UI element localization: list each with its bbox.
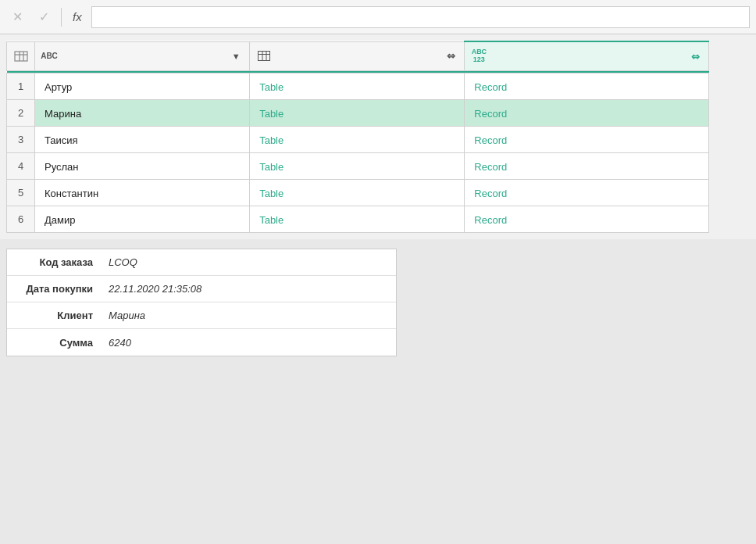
- last-deal-value: Record: [465, 161, 516, 173]
- client-value: Артур: [35, 81, 81, 93]
- last-deal-cell: Record: [465, 127, 709, 153]
- client-cell: Марина: [35, 100, 250, 127]
- details-cell: Table: [250, 153, 465, 180]
- client-value: Таисия: [35, 134, 87, 146]
- detail-row: Дата покупки22.11.2020 21:35:08: [7, 276, 396, 302]
- details-cell: Table: [250, 206, 465, 233]
- abc123-icon: АВС 123: [471, 48, 487, 64]
- row-number: 5: [7, 180, 35, 206]
- data-table: АВС ▼: [6, 41, 709, 233]
- last-deal-cell: Record: [465, 180, 709, 206]
- details-value: Table: [250, 214, 293, 226]
- formula-bar: ✕ ✓ fx: [0, 0, 756, 34]
- svg-rect-4: [259, 52, 270, 61]
- row-number: 6: [7, 206, 35, 233]
- detail-label: Код заказа: [7, 252, 101, 273]
- client-col-header: АВС ▼: [35, 41, 250, 71]
- detail-panel: Код заказаLCOQДата покупки22.11.2020 21:…: [6, 249, 397, 356]
- detail-value: LCOQ: [101, 252, 145, 273]
- detail-row: КлиентМарина: [7, 302, 396, 329]
- table-row[interactable]: 1АртурTableRecord: [7, 73, 709, 100]
- client-cell: Дамир: [35, 206, 250, 233]
- row-index-col-header: [7, 41, 35, 71]
- last-deal-value: Record: [465, 81, 516, 93]
- client-value: Константин: [35, 188, 108, 199]
- detail-value: Марина: [101, 305, 153, 326]
- row-number: 4: [7, 153, 35, 180]
- svg-rect-0: [15, 52, 27, 61]
- last-deal-cell: Record: [465, 153, 709, 180]
- last-deal-expand-button[interactable]: ⇔: [688, 49, 702, 63]
- row-number: 3: [7, 127, 35, 153]
- details-cell: Table: [250, 127, 465, 153]
- detail-label: Сумма: [7, 332, 101, 353]
- details-value: Table: [250, 188, 293, 199]
- details-value: Table: [250, 108, 293, 120]
- details-value: Table: [250, 161, 293, 173]
- client-cell: Константин: [35, 180, 250, 206]
- abc-icon: АВС: [41, 48, 57, 64]
- client-cell: Руслан: [35, 153, 250, 180]
- table-row[interactable]: 3ТаисияTableRecord: [7, 127, 709, 153]
- table-grid-icon: [14, 51, 28, 62]
- table-row[interactable]: 6ДамирTableRecord: [7, 206, 709, 233]
- details-expand-button[interactable]: ⇔: [444, 49, 458, 63]
- table-col-icon: [256, 48, 272, 64]
- last-deal-value: Record: [465, 134, 516, 146]
- fx-label: fx: [68, 10, 87, 23]
- details-value: Table: [250, 134, 293, 146]
- last-deal-cell: Record: [465, 73, 709, 100]
- table-row[interactable]: 5КонстантинTableRecord: [7, 180, 709, 206]
- details-cell: Table: [250, 180, 465, 206]
- confirm-button[interactable]: ✓: [33, 6, 55, 28]
- formula-input[interactable]: [91, 6, 750, 28]
- main-area: АВС ▼: [0, 34, 756, 544]
- client-value: Марина: [35, 108, 91, 120]
- client-filter-button[interactable]: ▼: [229, 49, 243, 63]
- divider: [61, 8, 62, 27]
- last-deal-value: Record: [465, 214, 516, 226]
- detail-value: 22.11.2020 21:35:08: [101, 278, 209, 299]
- details-cell: Table: [250, 100, 465, 127]
- last-deal-cell: Record: [465, 100, 709, 127]
- last-deal-value: Record: [465, 108, 516, 120]
- row-number: 1: [7, 73, 35, 100]
- row-number: 2: [7, 100, 35, 127]
- client-cell: Артур: [35, 73, 250, 100]
- table-row[interactable]: 4РусланTableRecord: [7, 153, 709, 180]
- detail-value: 6240: [101, 332, 139, 353]
- client-value: Дамир: [35, 214, 84, 226]
- cancel-button[interactable]: ✕: [6, 6, 28, 28]
- table-row[interactable]: 2МаринаTableRecord: [7, 100, 709, 127]
- detail-row: Сумма6240: [7, 329, 396, 356]
- detail-row: Код заказаLCOQ: [7, 249, 396, 276]
- column-header-row: АВС ▼: [7, 41, 709, 71]
- details-value: Table: [250, 81, 293, 93]
- last-deal-value: Record: [465, 188, 516, 199]
- details-cell: Table: [250, 73, 465, 100]
- last-deal-cell: Record: [465, 206, 709, 233]
- details-col-header: ⇔: [250, 41, 465, 71]
- table-area: АВС ▼: [0, 34, 756, 239]
- client-cell: Таисия: [35, 127, 250, 153]
- table-body: 1АртурTableRecord2МаринаTableRecord3Таис…: [7, 73, 709, 233]
- last-deal-col-header: АВС 123 ⇔: [465, 41, 709, 71]
- detail-label: Дата покупки: [7, 278, 101, 299]
- client-value: Руслан: [35, 161, 88, 173]
- detail-label: Клиент: [7, 305, 101, 326]
